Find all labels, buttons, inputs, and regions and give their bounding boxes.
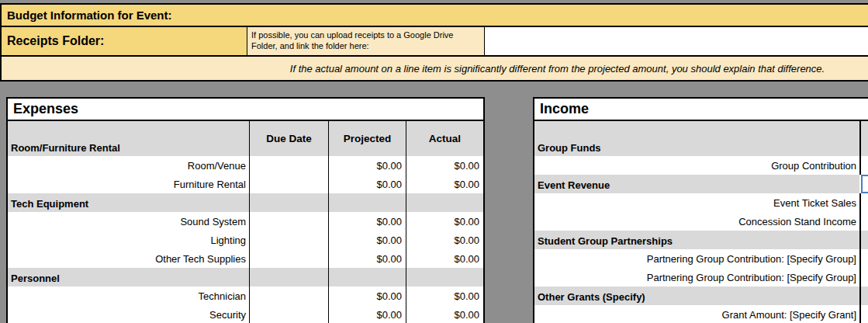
expenses-item-row: Furniture Rental$0.00$0.00 [8, 175, 483, 193]
receipts-folder-label-cell[interactable]: Receipts Folder: [2, 27, 247, 55]
row-label-cell[interactable]: Room/Venue [8, 156, 249, 175]
actual-cell[interactable]: $0.00 [406, 156, 483, 175]
budget-header-row: Budget Information for Event: [0, 3, 868, 27]
receipts-folder-row: Receipts Folder: If possible, you can up… [0, 27, 868, 57]
receipts-link-input-cell[interactable] [485, 27, 868, 55]
income-item-row: Concession Stand Income [534, 212, 868, 231]
projected-cell[interactable]: $0.00 [328, 287, 406, 305]
row-label-cell[interactable]: Technician [8, 287, 249, 305]
expenses-item-row: Sound System$0.00$0.00 [8, 212, 483, 231]
actual-cell[interactable]: $0.00 [406, 231, 483, 249]
actual-cell[interactable]: $0.00 [406, 287, 483, 305]
actual-cell[interactable]: $0.00 [406, 212, 483, 231]
income-section-row: Student Group Partnerships [534, 231, 868, 249]
row-label-cell[interactable]: Group Contribution [534, 156, 859, 175]
column-header-due-date[interactable]: Due Date [249, 121, 328, 156]
row-label-cell[interactable]: Event Ticket Sales [534, 193, 859, 212]
note-cell[interactable]: If the actual amount on a line item is s… [248, 57, 866, 80]
income-adjacent-cell[interactable] [859, 249, 868, 268]
expenses-item-row: Technician$0.00$0.00 [8, 287, 483, 305]
row-label-cell[interactable]: Partnering Group Contribution: [Specify … [534, 268, 859, 287]
row-label-cell[interactable]: Sound System [8, 212, 249, 231]
expenses-item-row: Lighting$0.00$0.00 [8, 231, 483, 249]
receipts-hint-cell[interactable]: If possible, you can upload receipts to … [247, 27, 485, 55]
income-rows: Group ContributionEvent RevenueEvent Tic… [534, 156, 868, 323]
column-header-projected[interactable]: Projected [328, 121, 406, 156]
expenses-header-row: Room/Furniture Rental Due Date Projected… [8, 121, 483, 156]
due-date-cell[interactable] [249, 305, 328, 323]
due-date-cell[interactable] [249, 212, 328, 231]
income-adjacent-cell[interactable] [859, 156, 868, 175]
income-adjacent-cell[interactable] [859, 193, 868, 212]
row-label-cell[interactable]: Security [8, 305, 249, 323]
income-adjacent-cell[interactable] [859, 305, 868, 323]
due-date-cell[interactable] [249, 287, 328, 305]
income-item-row: Partnering Group Contribution: [Specify … [534, 249, 868, 268]
note-row: If the actual amount on a line item is s… [0, 57, 868, 82]
income-section-header-cell[interactable]: Group Funds [534, 121, 859, 156]
projected-cell[interactable]: $0.00 [328, 231, 406, 249]
income-item-row: Event Ticket Sales [534, 193, 868, 212]
due-date-cell[interactable] [249, 268, 328, 287]
due-date-cell[interactable] [249, 156, 328, 175]
budget-header-cell[interactable]: Budget Information for Event: [7, 9, 172, 22]
expenses-title-cell[interactable]: Expenses [8, 99, 483, 121]
row-label-cell[interactable]: Partnering Group Contribution: [Specify … [534, 249, 859, 268]
actual-cell[interactable] [406, 268, 483, 287]
projected-cell[interactable]: $0.00 [328, 175, 406, 193]
column-header-actual[interactable]: Actual [406, 121, 483, 156]
expenses-section-row: Personnel [8, 268, 483, 287]
actual-cell[interactable]: $0.00 [406, 175, 483, 193]
income-item-row: Partnering Group Contribution: [Specify … [534, 268, 868, 287]
projected-cell[interactable]: $0.00 [328, 249, 406, 268]
expenses-item-row: Other Tech Supplies$0.00$0.00 [8, 249, 483, 268]
income-adjacent-cell[interactable] [859, 212, 868, 231]
due-date-cell[interactable] [249, 175, 328, 193]
row-label-cell[interactable]: Furniture Rental [8, 175, 249, 193]
income-section-row: Event Revenue [534, 175, 868, 193]
projected-cell[interactable]: $0.00 [328, 212, 406, 231]
row-label-cell[interactable]: Grant Amount: [Specify Grant] [534, 305, 859, 323]
section-label-cell[interactable]: Personnel [8, 268, 249, 287]
income-item-row: Grant Amount: [Specify Grant] [534, 305, 868, 323]
projected-cell[interactable] [328, 193, 406, 212]
expenses-section-header-cell[interactable]: Room/Furniture Rental [8, 121, 249, 156]
section-label-cell[interactable]: Other Grants (Specify) [534, 287, 859, 305]
income-item-row: Group Contribution [534, 156, 868, 175]
section-label-cell[interactable]: Event Revenue [534, 175, 859, 193]
expenses-section-row: Tech Equipment [8, 193, 483, 212]
spreadsheet-canvas: Budget Information for Event: Receipts F… [0, 0, 868, 323]
section-label-cell[interactable]: Tech Equipment [8, 193, 249, 212]
income-section-row: Other Grants (Specify) [534, 287, 868, 305]
income-title-cell[interactable]: Income [534, 99, 868, 121]
actual-cell[interactable]: $0.00 [406, 249, 483, 268]
row-label-cell[interactable]: Lighting [8, 231, 249, 249]
actual-cell[interactable] [406, 193, 483, 212]
projected-cell[interactable]: $0.00 [328, 305, 406, 323]
section-label-cell[interactable]: Student Group Partnerships [534, 231, 859, 249]
row-label-cell[interactable]: Other Tech Supplies [8, 249, 249, 268]
projected-cell[interactable]: $0.00 [328, 156, 406, 175]
income-header-row: Group Funds [534, 121, 868, 156]
income-adjacent-cell[interactable] [859, 268, 868, 287]
expenses-item-row: Room/Venue$0.00$0.00 [8, 156, 483, 175]
income-table: Income Group Funds Group ContributionEve… [533, 97, 868, 323]
selected-cell[interactable] [861, 175, 868, 193]
due-date-cell[interactable] [249, 249, 328, 268]
actual-cell[interactable]: $0.00 [406, 305, 483, 323]
income-adjacent-cell[interactable] [859, 121, 868, 156]
expenses-item-row: Security$0.00$0.00 [8, 305, 483, 323]
expenses-table: Expenses Room/Furniture Rental Due Date … [6, 97, 485, 323]
projected-cell[interactable] [328, 268, 406, 287]
due-date-cell[interactable] [249, 193, 328, 212]
income-adjacent-cell[interactable] [859, 231, 868, 249]
expenses-rows: Room/Venue$0.00$0.00Furniture Rental$0.0… [8, 156, 483, 323]
income-adjacent-cell[interactable] [859, 287, 868, 305]
due-date-cell[interactable] [249, 231, 328, 249]
row-label-cell[interactable]: Concession Stand Income [534, 212, 859, 231]
